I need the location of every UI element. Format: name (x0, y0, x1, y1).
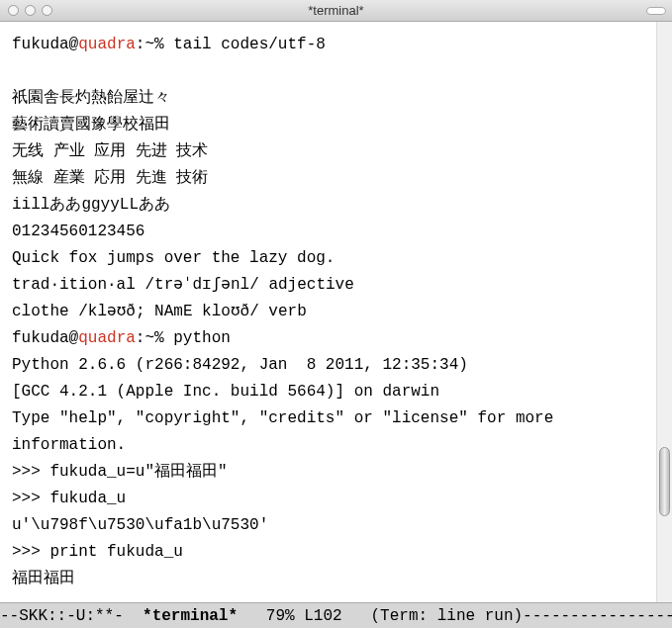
prompt-suffix: :~% (136, 329, 173, 347)
prompt-user: fukuda@ (12, 36, 78, 53)
command-text: tail codes/utf-8 (173, 36, 326, 53)
modeline-buffer: *terminal* (143, 607, 238, 625)
minimize-icon[interactable] (25, 5, 36, 16)
output-line: trad·ition·al /trəˈdɪʃənl/ adjective (12, 276, 354, 294)
python-prompt: >>> fukuda_u (12, 490, 126, 507)
output-line: [GCC 4.2.1 (Apple Inc. build 5664)] on d… (12, 383, 439, 401)
window-titlebar: *terminal* (0, 0, 672, 22)
emacs-modeline: --SKK::-U:**- *terminal* 79% L102 (Term:… (0, 602, 672, 628)
output-line: 祇園舎長灼熱飴屋辻々 (12, 89, 170, 107)
output-line: 福田福田 (12, 570, 75, 587)
prompt-suffix: :~% (136, 36, 173, 53)
prompt-user: fukuda@ (12, 329, 78, 347)
output-line: Python 2.6.6 (r266:84292, Jan 8 2011, 12… (12, 356, 468, 374)
prompt-host: quadra (78, 36, 136, 53)
output-line: 无线 产业 应用 先进 技术 (12, 142, 208, 160)
python-prompt: >>> fukuda_u=u"福田福田" (12, 463, 228, 481)
scrollbar-track[interactable] (656, 22, 672, 602)
window-title: *terminal* (0, 3, 672, 18)
toolbar-pill-icon[interactable] (646, 7, 666, 15)
traffic-lights (8, 5, 52, 16)
output-line: 01234560123456 (12, 223, 144, 240)
modeline-status: --SKK::-U:**- (0, 607, 143, 625)
scrollbar-thumb[interactable] (659, 447, 670, 516)
python-prompt: >>> print fukuda_u (12, 543, 183, 561)
output-line: 無線 産業 応用 先進 技術 (12, 169, 208, 187)
output-line: iillああggyyLLああ (12, 196, 170, 214)
output-line: u'\u798f\u7530\ufa1b\u7530' (12, 516, 268, 534)
output-line: 藝術讀賣國豫學校福田 (12, 116, 170, 134)
output-line: Quick fox jumps over the lazy dog. (12, 249, 335, 267)
prompt-host: quadra (78, 329, 136, 347)
terminal-output[interactable]: fukuda@quadra:~% tail codes/utf-8 祇園舎長灼熱… (0, 22, 656, 602)
output-line: Type "help", "copyright", "credits" or "… (12, 409, 553, 427)
zoom-icon[interactable] (42, 5, 52, 16)
modeline-position: 79% L102 (Term: line run) (238, 607, 523, 625)
command-text: python (173, 329, 231, 347)
modeline-dashes: ----------------- (523, 607, 672, 625)
close-icon[interactable] (8, 5, 19, 16)
output-line: clothe /kləʊð; NAmE kloʊð/ verb (12, 303, 307, 320)
output-line: information. (12, 436, 126, 454)
